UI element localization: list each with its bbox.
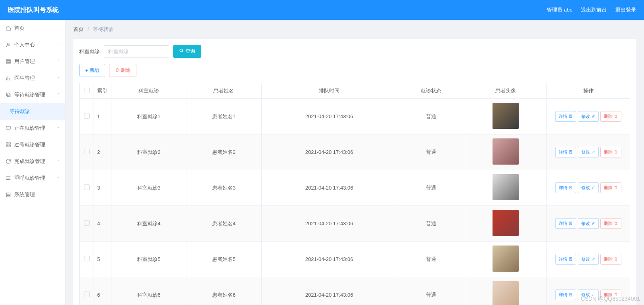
delete-button[interactable]: 删除 <box>109 64 136 77</box>
cell-time: 2021-04-20 17:43:06 <box>261 206 397 242</box>
svg-rect-1 <box>6 59 11 60</box>
th-status: 就诊状态 <box>397 83 465 99</box>
cell-name: 患者姓名4 <box>186 206 261 242</box>
cell-avatar <box>465 99 546 134</box>
breadcrumb-sep: / <box>88 26 89 32</box>
th-index: 索引 <box>94 83 111 99</box>
action-row: + 新增 删除 <box>79 64 630 77</box>
doc-icon <box>569 186 573 190</box>
trash-icon <box>614 114 618 119</box>
trash-icon <box>614 257 618 262</box>
cell-name: 患者姓名3 <box>186 170 261 206</box>
detail-button[interactable]: 详情 <box>555 111 576 122</box>
edit-button[interactable]: 修改 <box>578 254 599 265</box>
chevron-up-icon: ˄ <box>58 93 59 97</box>
trash-icon <box>614 293 618 297</box>
svg-rect-3 <box>6 62 11 63</box>
cell-dept: 科室就诊6 <box>111 277 186 305</box>
cell-index: 4 <box>94 206 111 242</box>
detail-button[interactable]: 详情 <box>555 147 576 157</box>
sidebar-item-6[interactable]: 正在就诊管理˅ <box>0 120 65 136</box>
sidebar-item-label: 用户管理 <box>14 58 35 65</box>
sidebar-item-label: 首页 <box>14 25 25 32</box>
chevron-down-icon: ˅ <box>58 126 59 130</box>
admin-link[interactable]: 管理员 abo <box>547 7 572 13</box>
row-checkbox[interactable] <box>84 184 90 190</box>
th-avatar: 患者头像 <box>465 83 546 99</box>
sidebar-item-8[interactable]: 完成就诊管理˅ <box>0 153 65 170</box>
sidebar-item-7[interactable]: 过号就诊管理˅ <box>0 136 65 153</box>
table-header-row: 索引 科室就诊 患者姓名 排队时间 就诊状态 患者头像 操作 <box>80 83 630 99</box>
sidebar-item-5[interactable]: 等待就诊 <box>0 103 65 120</box>
add-button[interactable]: + 新增 <box>79 64 105 77</box>
chevron-down-icon: ˅ <box>58 159 59 164</box>
row-checkbox[interactable] <box>84 220 90 226</box>
row-delete-button[interactable]: 删除 <box>600 254 621 265</box>
svg-rect-8 <box>9 143 10 144</box>
row-checkbox[interactable] <box>84 149 90 154</box>
query-button[interactable]: 查询 <box>173 45 201 58</box>
list-icon <box>6 59 11 64</box>
sidebar-item-9[interactable]: 重呼就诊管理˅ <box>0 170 65 186</box>
row-checkbox[interactable] <box>84 256 90 261</box>
edit-button[interactable]: 修改 <box>578 290 599 300</box>
cell-ops: 详情 修改 删除 <box>547 206 630 242</box>
dept-search-input[interactable] <box>104 45 169 58</box>
to-front-link[interactable]: 退出到前台 <box>581 7 607 13</box>
logout-link[interactable]: 退出登录 <box>615 7 636 13</box>
edit-button[interactable]: 修改 <box>578 218 599 229</box>
row-delete-button[interactable]: 删除 <box>600 290 621 300</box>
edit-button[interactable]: 修改 <box>578 182 599 193</box>
cell-status: 普通 <box>397 277 465 305</box>
delete-button-label: 删除 <box>121 67 130 74</box>
chevron-down-icon: ˅ <box>58 193 59 197</box>
cell-time: 2021-04-20 17:43:06 <box>261 134 397 170</box>
chart-icon <box>6 75 11 81</box>
sidebar-item-0[interactable]: 首页 <box>0 20 65 36</box>
select-all-checkbox[interactable] <box>84 88 90 93</box>
sidebar-item-label: 医生管理 <box>14 75 35 82</box>
query-button-label: 查询 <box>186 48 195 55</box>
row-delete-button[interactable]: 删除 <box>600 218 621 229</box>
search-label: 科室就诊 <box>79 48 100 55</box>
edit-button[interactable]: 修改 <box>578 147 599 157</box>
detail-button[interactable]: 详情 <box>555 254 576 265</box>
edit-button[interactable]: 修改 <box>578 111 599 122</box>
doc-icon <box>569 293 573 297</box>
sidebar-item-1[interactable]: 个人中心˅ <box>0 36 65 53</box>
cell-name: 患者姓名2 <box>186 134 261 170</box>
sidebar-item-4[interactable]: 等待就诊管理˄ <box>0 86 65 103</box>
row-delete-button[interactable]: 删除 <box>600 111 621 122</box>
detail-button[interactable]: 详情 <box>555 218 576 229</box>
row-delete-button[interactable]: 删除 <box>600 182 621 193</box>
sidebar-item-label: 系统管理 <box>14 191 35 198</box>
cell-status: 普通 <box>397 206 465 242</box>
row-checkbox[interactable] <box>84 113 90 119</box>
table-row: 5科室就诊5患者姓名52021-04-20 17:43:06普通详情 修改 删除 <box>80 242 630 277</box>
svg-rect-4 <box>8 94 10 97</box>
search-icon <box>179 48 184 54</box>
svg-rect-7 <box>6 143 8 144</box>
breadcrumb-home[interactable]: 首页 <box>73 26 84 32</box>
search-row: 科室就诊 查询 <box>79 45 630 58</box>
cell-avatar <box>465 170 546 206</box>
cell-avatar <box>465 277 546 305</box>
sidebar-item-3[interactable]: 医生管理˅ <box>0 70 65 86</box>
cell-time: 2021-04-20 17:43:06 <box>261 99 397 134</box>
detail-button[interactable]: 详情 <box>555 290 576 300</box>
detail-button[interactable]: 详情 <box>555 182 576 193</box>
row-delete-button[interactable]: 删除 <box>600 147 621 157</box>
row-checkbox[interactable] <box>84 292 90 297</box>
top-header: 医院排队叫号系统 管理员 abo 退出到前台 退出登录 <box>0 0 644 20</box>
cell-ops: 详情 修改 删除 <box>547 134 630 170</box>
doc-icon <box>569 257 573 262</box>
cell-ops: 详情 修改 删除 <box>547 170 630 206</box>
sidebar-item-2[interactable]: 用户管理˅ <box>0 53 65 70</box>
sidebar-item-label: 等待就诊 <box>10 108 30 115</box>
main-content: 首页 / 等待就诊 科室就诊 查询 + 新增 <box>65 20 644 305</box>
cell-name: 患者姓名5 <box>186 242 261 277</box>
sidebar-item-10[interactable]: 系统管理˅ <box>0 186 65 203</box>
user-icon <box>6 42 11 48</box>
table-row: 2科室就诊2患者姓名22021-04-20 17:43:06普通详情 修改 删除 <box>80 134 630 170</box>
cell-time: 2021-04-20 17:43:06 <box>261 277 397 305</box>
